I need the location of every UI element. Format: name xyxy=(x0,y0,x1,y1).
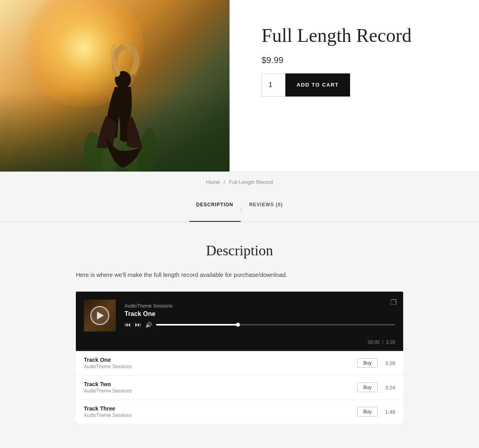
product-image xyxy=(0,0,230,172)
player-artist: AudioTheme Sessions xyxy=(125,303,395,309)
product-title: Full Length Record xyxy=(261,24,447,47)
progress-fill xyxy=(156,324,240,326)
add-to-cart-row: ADD TO CART xyxy=(261,73,447,97)
track-name: Track Three xyxy=(84,405,357,412)
breadcrumb: Home / Full Length Record xyxy=(0,179,479,185)
progress-thumb xyxy=(236,323,240,327)
current-time: 00:00 xyxy=(368,339,380,345)
breadcrumb-bar: Home / Full Length Record xyxy=(0,172,479,192)
track-buy-button-1[interactable]: Buy xyxy=(357,383,378,392)
tabs-bar: DESCRIPTION / REVIEWS (0) xyxy=(0,192,479,222)
track-row: Track Three AudioTheme Sessions Buy 1:48 xyxy=(76,400,403,424)
total-time: 3:28 xyxy=(386,339,395,345)
track-info: Track One AudioTheme Sessions xyxy=(84,357,357,369)
player-track: Track One xyxy=(125,310,395,318)
breadcrumb-home[interactable]: Home xyxy=(206,179,220,185)
play-icon xyxy=(97,312,104,320)
tab-description[interactable]: DESCRIPTION xyxy=(189,198,241,222)
copy-icon[interactable]: ❐ xyxy=(390,298,397,307)
track-duration-2: 1:48 xyxy=(383,409,395,415)
product-price: $9.99 xyxy=(261,55,447,65)
volume-button[interactable]: 🔊 xyxy=(145,322,152,328)
breadcrumb-separator: / xyxy=(224,179,226,185)
time-separator: / xyxy=(382,339,383,345)
player-controls: ⏮ ⏭ 🔊 xyxy=(125,322,395,328)
section-description: Here is where we'll make the full length… xyxy=(76,270,403,280)
track-list: Track One AudioTheme Sessions Buy 3:28 T… xyxy=(76,350,403,424)
progress-bar[interactable] xyxy=(156,324,395,326)
track-buy-button-2[interactable]: Buy xyxy=(357,407,378,416)
track-row: Track Two AudioTheme Sessions Buy 3:24 xyxy=(76,375,403,400)
section-title: Description xyxy=(76,242,403,259)
play-button[interactable] xyxy=(90,306,109,325)
player-meta: AudioTheme Sessions Track One ⏮ ⏭ 🔊 xyxy=(116,303,395,328)
product-info: Full Length Record $9.99 ADD TO CART xyxy=(230,0,479,172)
breadcrumb-current: Full Length Record xyxy=(229,179,273,185)
hero-section: Full Length Record $9.99 ADD TO CART xyxy=(0,0,479,172)
prev-track-button[interactable]: ⏮ xyxy=(125,322,131,328)
add-to-cart-button[interactable]: ADD TO CART xyxy=(285,73,350,97)
track-artist: AudioTheme Sessions xyxy=(84,388,357,394)
player-time: 00:00 / 3:28 xyxy=(76,339,403,350)
content-wrap: Description Here is where we'll make the… xyxy=(68,242,411,424)
track-artist: AudioTheme Sessions xyxy=(84,412,357,418)
hero-figure xyxy=(83,44,163,172)
tabs-inner: DESCRIPTION / REVIEWS (0) xyxy=(189,198,290,222)
player-thumbnail xyxy=(84,300,116,332)
quantity-input[interactable] xyxy=(261,73,285,97)
track-name: Track One xyxy=(84,357,357,363)
track-duration-0: 3:28 xyxy=(383,360,395,366)
track-row: Track One AudioTheme Sessions Buy 3:28 xyxy=(76,351,403,375)
next-track-button[interactable]: ⏭ xyxy=(135,322,141,328)
track-info: Track Two AudioTheme Sessions xyxy=(84,381,357,394)
track-artist: AudioTheme Sessions xyxy=(84,364,357,369)
track-duration-1: 3:24 xyxy=(383,385,395,391)
track-info: Track Three AudioTheme Sessions xyxy=(84,405,357,418)
track-name: Track Two xyxy=(84,381,357,387)
audio-player: AudioTheme Sessions Track One ⏮ ⏭ 🔊 ❐ xyxy=(76,292,403,424)
player-main: AudioTheme Sessions Track One ⏮ ⏭ 🔊 ❐ xyxy=(76,292,403,339)
main-content: Description Here is where we'll make the… xyxy=(0,222,479,448)
tab-reviews[interactable]: REVIEWS (0) xyxy=(242,198,290,222)
track-buy-button-0[interactable]: Buy xyxy=(357,358,378,368)
